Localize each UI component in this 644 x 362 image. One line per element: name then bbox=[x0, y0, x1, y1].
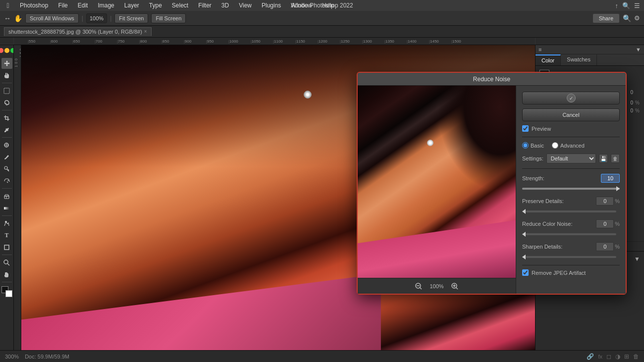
file-tab[interactable]: shutterstock_28888795.jpg @ 300% (Layer … bbox=[4, 27, 152, 36]
color-swatches[interactable] bbox=[1, 286, 12, 297]
file-tab-bar: shutterstock_28888795.jpg @ 300% (Layer … bbox=[0, 26, 644, 38]
settings-dropdown[interactable]: Default bbox=[546, 154, 596, 163]
trash-icon[interactable]: 🗑 bbox=[633, 353, 639, 360]
clone-tool[interactable] bbox=[1, 163, 12, 174]
search-menubar-icon[interactable]: 🔍 bbox=[622, 2, 630, 9]
sharpen-details-input[interactable] bbox=[596, 242, 614, 251]
tool-separator bbox=[2, 215, 12, 216]
layers-icon[interactable]: ⊞ bbox=[624, 353, 629, 360]
advanced-label[interactable]: Advanced bbox=[560, 143, 585, 149]
history-brush-tool[interactable] bbox=[1, 175, 12, 186]
eraser-tool[interactable] bbox=[1, 191, 12, 202]
cancel-button[interactable]: Cancel bbox=[522, 108, 620, 121]
menu-3d[interactable]: 3D bbox=[217, 1, 233, 10]
advanced-radio[interactable] bbox=[552, 142, 558, 149]
save-settings-button[interactable]: 💾 bbox=[599, 154, 608, 163]
crop-tool[interactable] bbox=[1, 112, 12, 123]
menu-layer[interactable]: Layer bbox=[120, 1, 143, 10]
shape-tool[interactable] bbox=[1, 242, 12, 253]
share-button[interactable]: Share bbox=[592, 13, 620, 23]
strength-input[interactable] bbox=[601, 174, 620, 183]
fill-screen-button[interactable]: Fill Screen bbox=[151, 13, 186, 23]
jpeg-artifact-label[interactable]: Remove JPEG Artifact bbox=[532, 270, 586, 276]
basic-label[interactable]: Basic bbox=[531, 143, 544, 149]
lasso-tool[interactable] bbox=[1, 97, 12, 108]
menu-type[interactable]: Type bbox=[145, 1, 166, 10]
panel-settings-icon[interactable]: ▼ bbox=[634, 256, 640, 262]
notification-icon[interactable]: ☰ bbox=[634, 2, 640, 9]
menu-view[interactable]: View bbox=[235, 1, 256, 10]
svg-rect-7 bbox=[4, 207, 9, 209]
apple-menu[interactable]:  bbox=[4, 1, 12, 9]
tab-color[interactable]: Color bbox=[536, 54, 561, 65]
zoom-in-button[interactable] bbox=[450, 281, 460, 291]
menu-image[interactable]: Image bbox=[94, 1, 118, 10]
ok-button[interactable]: ✓ bbox=[522, 92, 620, 104]
strength-slider-thumb[interactable] bbox=[616, 186, 620, 191]
type-tool[interactable]: T bbox=[1, 230, 12, 241]
menu-plugins[interactable]: Plugins bbox=[258, 1, 285, 10]
share-icon[interactable]: ↑ bbox=[615, 2, 619, 9]
dialog-preview: 100% bbox=[358, 86, 516, 294]
eyedropper-tool[interactable] bbox=[1, 124, 12, 135]
move-tool[interactable] bbox=[1, 58, 12, 69]
hand-tool-2[interactable] bbox=[1, 269, 12, 280]
sharpen-details-label: Sharpen Details: bbox=[522, 244, 562, 250]
adjustment-icon[interactable]: ◑ bbox=[615, 353, 620, 360]
menu-select[interactable]: Select bbox=[168, 1, 192, 10]
settings-label-text: Settings: bbox=[522, 155, 543, 161]
scroll-all-windows-button[interactable]: Scroll All Windows bbox=[25, 13, 79, 23]
panel-collapse-icon[interactable]: ▼ bbox=[636, 47, 641, 52]
strength-label: Strength: bbox=[522, 175, 544, 181]
panel-expand-icon[interactable]: ≡ bbox=[538, 47, 541, 52]
vertical-ruler: 100150200250300350 bbox=[14, 45, 21, 350]
healing-tool[interactable] bbox=[1, 140, 12, 151]
preserve-details-slider-thumb-left[interactable] bbox=[522, 209, 526, 214]
menu-filter[interactable]: Filter bbox=[194, 1, 215, 10]
zoom-tool[interactable] bbox=[1, 257, 12, 268]
ruler-mark: 650 bbox=[72, 39, 95, 44]
tab-swatches[interactable]: Swatches bbox=[561, 54, 597, 65]
reduce-color-noise-slider-thumb-left[interactable] bbox=[522, 232, 526, 237]
sharpen-details-slider-thumb-left[interactable] bbox=[522, 255, 526, 259]
fit-screen-button[interactable]: Fit Screen bbox=[114, 13, 148, 23]
preserve-details-input[interactable] bbox=[596, 197, 614, 206]
reduce-color-noise-param: Reduce Color Noise: % bbox=[522, 219, 620, 237]
link-icon[interactable]: 🔗 bbox=[587, 353, 594, 360]
preserve-details-slider-track bbox=[526, 210, 616, 212]
delete-settings-button[interactable]: 🗑 bbox=[611, 154, 620, 163]
background-color[interactable] bbox=[5, 290, 12, 297]
preview-image[interactable] bbox=[358, 86, 516, 278]
mask-icon[interactable]: ◻ bbox=[606, 353, 611, 360]
tab-close-button[interactable]: × bbox=[144, 29, 147, 34]
basic-radio[interactable] bbox=[522, 142, 529, 149]
preserve-details-unit: % bbox=[615, 198, 620, 204]
jpeg-artifact-checkbox[interactable] bbox=[522, 269, 529, 276]
svg-line-14 bbox=[420, 287, 422, 289]
hand-tool[interactable] bbox=[1, 70, 12, 81]
path-tool[interactable] bbox=[1, 218, 12, 229]
app-title: Adobe Photoshop 2022 bbox=[291, 2, 353, 9]
sharpen-details-slider-track bbox=[526, 256, 616, 258]
menu-photoshop[interactable]: Photoshop bbox=[16, 1, 52, 10]
reduce-color-noise-input[interactable] bbox=[596, 219, 614, 228]
marquee-tool[interactable] bbox=[1, 85, 12, 96]
menubar-right-icons: ↑ 🔍 ☰ bbox=[615, 2, 641, 9]
ruler-mark: 900 bbox=[184, 39, 206, 44]
search-button[interactable]: 🔍 bbox=[623, 14, 631, 22]
dialog-titlebar: Reduce Noise bbox=[358, 73, 626, 86]
settings-icon[interactable]: ⚙ bbox=[634, 14, 640, 22]
preview-label[interactable]: Preview bbox=[532, 126, 551, 132]
menu-edit[interactable]: Edit bbox=[74, 1, 92, 10]
svg-point-4 bbox=[4, 166, 7, 169]
gradient-tool[interactable] bbox=[1, 203, 12, 213]
brush-tool[interactable] bbox=[1, 152, 12, 162]
menubar:  Photoshop File Edit Image Layer Type S… bbox=[0, 0, 644, 11]
sharpen-details-label-row: Sharpen Details: % bbox=[522, 242, 620, 251]
zoom-out-button[interactable] bbox=[414, 281, 424, 291]
divider-3 bbox=[522, 265, 620, 265]
preview-checkbox[interactable] bbox=[522, 125, 529, 132]
panel-tabs: Color Swatches bbox=[536, 54, 644, 66]
ruler-mark: 1400 bbox=[407, 39, 429, 44]
menu-file[interactable]: File bbox=[54, 1, 71, 10]
